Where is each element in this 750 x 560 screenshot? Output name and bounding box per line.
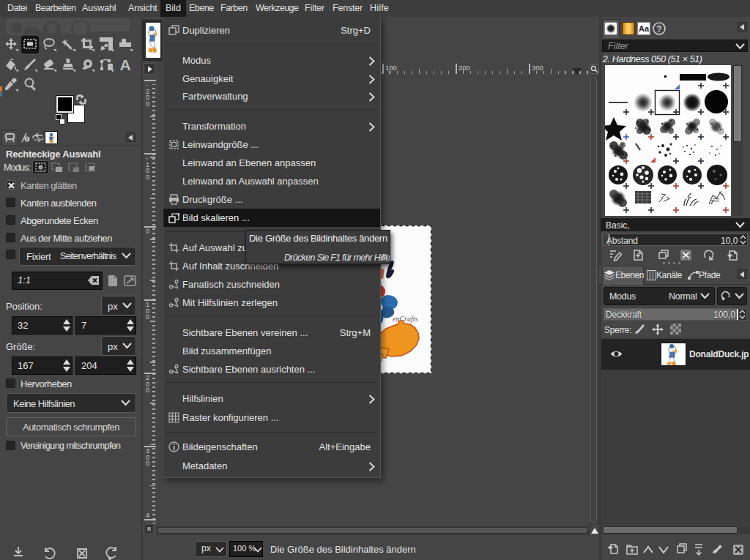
svg-text:i: i <box>26 136 28 141</box>
svg-text:?: ? <box>656 24 661 34</box>
svg-text:enCrafts: enCrafts <box>393 315 418 323</box>
svg-text:A: A <box>119 56 130 73</box>
svg-text:Aa: Aa <box>639 24 650 33</box>
